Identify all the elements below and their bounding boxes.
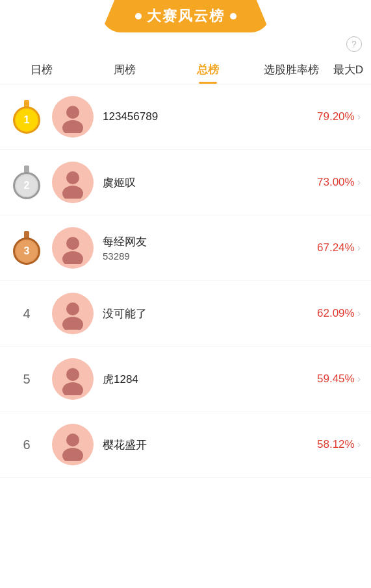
score-area-2: 73.00% › [317, 176, 361, 189]
chevron-right-icon: › [357, 373, 361, 385]
user-name: 虎1284 [103, 372, 317, 387]
ranking-list: 1 123456789 79.20% › [0, 84, 371, 478]
chevron-right-icon: › [357, 308, 361, 319]
rank-badge-2: 2 [10, 165, 43, 199]
score-area-6: 58.12% › [317, 438, 361, 451]
table-row[interactable]: 6 樱花盛开 58.12% › [0, 412, 371, 478]
avatar [52, 162, 94, 203]
user-info-3: 每经网友 53289 [103, 234, 317, 262]
avatar [52, 424, 94, 465]
table-row[interactable]: 4 没可能了 62.09% › [0, 281, 371, 347]
table-row[interactable]: 1 123456789 79.20% › [0, 84, 371, 150]
banner-dot-right [230, 13, 237, 19]
user-info-4: 没可能了 [103, 306, 317, 321]
user-name: 樱花盛开 [103, 437, 317, 452]
rank-badge-1: 1 [10, 100, 43, 134]
rank-number-5: 5 [10, 372, 43, 387]
svg-point-3 [62, 186, 83, 199]
avatar-icon [57, 101, 89, 133]
tab-max[interactable]: 最大D [333, 58, 371, 84]
score-area-1: 79.20% › [317, 110, 361, 123]
tab-total[interactable]: 总榜 [166, 58, 249, 84]
avatar-icon [57, 428, 89, 461]
score-area-3: 67.24% › [317, 241, 361, 254]
help-row: ? [0, 32, 371, 52]
svg-point-10 [66, 434, 79, 447]
avatar [52, 227, 94, 269]
rank-number-4: 4 [10, 306, 43, 321]
score-value: 59.45% [317, 373, 355, 386]
user-info-2: 虞姬叹 [103, 175, 317, 190]
tab-daily[interactable]: 日榜 [0, 58, 83, 84]
score-value: 67.24% [317, 241, 355, 254]
score-area-5: 59.45% › [317, 373, 361, 386]
chevron-right-icon: › [357, 111, 361, 123]
tabs-row: 日榜 周榜 总榜 选股胜率榜 最大D [0, 52, 371, 84]
banner-title: 大赛风云榜 [147, 6, 225, 26]
avatar-icon [57, 232, 89, 264]
user-name: 没可能了 [103, 306, 317, 321]
chevron-right-icon: › [357, 242, 361, 254]
score-value: 79.20% [317, 110, 355, 123]
svg-point-8 [66, 368, 79, 381]
user-name: 每经网友 [103, 234, 317, 249]
svg-point-5 [62, 251, 83, 264]
user-info-6: 樱花盛开 [103, 437, 317, 452]
svg-point-4 [66, 237, 79, 250]
svg-point-11 [62, 448, 83, 461]
table-row[interactable]: 5 虎1284 59.45% › [0, 347, 371, 412]
svg-point-9 [62, 382, 83, 395]
user-sub: 53289 [103, 251, 317, 262]
avatar-icon [57, 297, 89, 330]
avatar-icon [57, 166, 89, 199]
avatar [52, 293, 94, 334]
user-name: 123456789 [103, 110, 317, 123]
avatar [52, 96, 94, 138]
svg-point-6 [66, 302, 79, 315]
header-banner: 大赛风云榜 [101, 0, 270, 32]
user-info-5: 虎1284 [103, 372, 317, 387]
svg-point-0 [66, 106, 79, 119]
chevron-right-icon: › [357, 177, 361, 188]
chevron-right-icon: › [357, 439, 361, 450]
svg-point-2 [66, 171, 79, 184]
score-value: 73.00% [317, 176, 355, 189]
svg-point-7 [62, 317, 83, 330]
user-info-1: 123456789 [103, 110, 317, 123]
avatar-icon [57, 363, 89, 395]
tab-win-rate[interactable]: 选股胜率榜 [250, 58, 333, 84]
user-name: 虞姬叹 [103, 175, 317, 190]
help-icon[interactable]: ? [346, 36, 362, 52]
table-row[interactable]: 2 虞姬叹 73.00% › [0, 150, 371, 215]
rank-number-6: 6 [10, 437, 43, 452]
avatar [52, 358, 94, 400]
score-value: 62.09% [317, 307, 355, 320]
score-area-4: 62.09% › [317, 307, 361, 320]
tab-weekly[interactable]: 周榜 [83, 58, 166, 84]
svg-point-1 [62, 120, 83, 133]
table-row[interactable]: 3 每经网友 53289 67.24% › [0, 215, 371, 281]
rank-badge-3: 3 [10, 231, 43, 265]
score-value: 58.12% [317, 438, 355, 451]
banner-dot-left [135, 13, 142, 19]
